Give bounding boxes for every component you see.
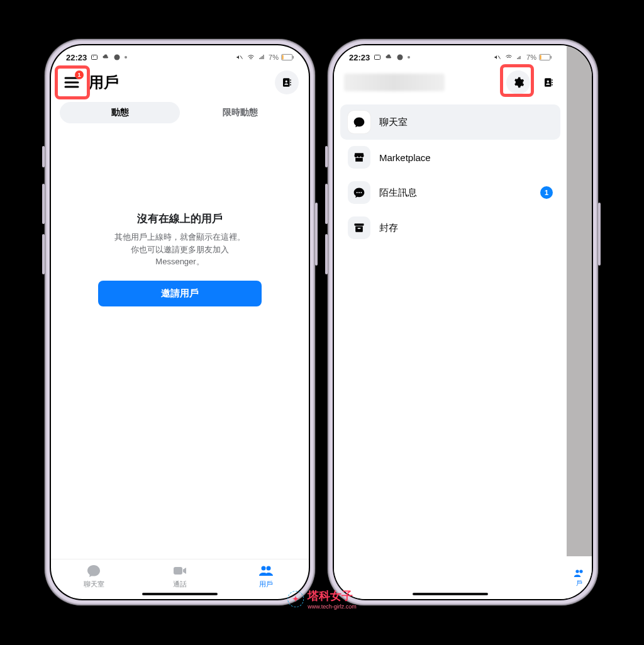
nav-people[interactable]: 用戶 <box>223 563 309 589</box>
video-icon <box>172 563 188 578</box>
svg-point-32 <box>358 192 360 193</box>
watermark-icon: ✦ <box>287 591 304 607</box>
address-book-icon <box>543 77 554 88</box>
svg-point-29 <box>552 82 553 83</box>
home-indicator[interactable] <box>142 593 218 595</box>
side-button <box>42 146 45 167</box>
svg-point-11 <box>286 81 287 82</box>
battery-icon <box>539 53 552 61</box>
svg-point-2 <box>114 55 120 60</box>
nav-label: 聊天室 <box>84 580 104 589</box>
empty-state: 沒有在線上的用戶 其他用戶上線時，就會顯示在這裡。 你也可以邀請更多朋友加入 M… <box>51 130 309 559</box>
status-battery: 7% <box>526 53 536 61</box>
svg-line-22 <box>498 56 501 59</box>
settings-button[interactable] <box>506 70 530 94</box>
svg-rect-15 <box>174 567 182 575</box>
wifi-icon <box>247 53 255 61</box>
svg-rect-24 <box>550 56 552 59</box>
cloud-icon <box>102 53 109 61</box>
side-drawer: 22:23 7% <box>334 45 567 599</box>
menu-button[interactable]: 1 <box>61 72 82 93</box>
svg-rect-20 <box>375 55 380 60</box>
chat-icon <box>86 563 102 578</box>
spotify-icon <box>396 53 404 61</box>
svg-point-33 <box>360 192 362 193</box>
svg-point-28 <box>552 79 553 81</box>
signal-icon <box>516 53 524 61</box>
watermark-text: 塔科女子 <box>308 588 357 603</box>
svg-point-27 <box>547 81 549 82</box>
home-indicator[interactable] <box>413 593 488 595</box>
drawer-item-chats[interactable]: 聊天室 <box>340 104 560 140</box>
drawer-item-archive[interactable]: 封存 <box>340 210 560 245</box>
watermark-url: www.tech-girlz.com <box>308 603 357 610</box>
status-bar: 22:23 7% <box>51 45 309 65</box>
svg-rect-6 <box>282 55 284 60</box>
side-button <box>42 234 45 274</box>
svg-rect-35 <box>355 227 363 232</box>
battery-icon <box>281 53 294 61</box>
svg-point-18 <box>575 569 579 573</box>
photo-icon <box>91 53 98 61</box>
drawer-item-marketplace[interactable]: Marketplace <box>340 140 560 175</box>
tab-stories[interactable]: 限時動態 <box>180 102 300 123</box>
svg-point-1 <box>93 56 94 57</box>
people-icon <box>258 563 274 578</box>
side-button <box>325 184 328 224</box>
gear-icon <box>512 76 525 89</box>
side-button <box>315 203 318 266</box>
drawer-list: 聊天室 Marketplace 陌生訊息 1 <box>334 102 567 248</box>
segmented-tabs: 動態 限時動態 <box>51 102 309 130</box>
signal-icon <box>258 53 266 61</box>
background-overlay[interactable] <box>567 45 592 599</box>
svg-rect-36 <box>358 228 361 229</box>
side-button <box>325 146 328 167</box>
svg-rect-0 <box>92 55 97 60</box>
cloud-icon <box>385 53 392 61</box>
status-time: 22:23 <box>349 53 370 62</box>
wifi-icon <box>504 53 513 61</box>
count-badge: 1 <box>540 186 553 199</box>
archive-icon <box>348 216 370 239</box>
contacts-button[interactable] <box>275 70 299 94</box>
chat-icon <box>348 111 370 133</box>
mute-icon <box>493 53 502 61</box>
side-button <box>42 184 45 224</box>
photo-icon <box>374 53 381 61</box>
status-battery: 7% <box>269 53 279 61</box>
phone-mockup-left: 22:23 7% 1 <box>45 39 315 605</box>
svg-line-3 <box>240 56 243 59</box>
notification-badge: 1 <box>75 70 84 79</box>
nav-label: 通話 <box>173 580 187 589</box>
empty-title: 沒有在線上的用戶 <box>137 211 223 226</box>
page-title: 用戶 <box>89 72 119 93</box>
nav-chats[interactable]: 聊天室 <box>51 563 137 589</box>
status-bar: 22:23 7% <box>334 45 567 65</box>
svg-point-19 <box>579 569 582 573</box>
svg-point-17 <box>266 566 270 571</box>
nav-calls[interactable]: 通話 <box>137 563 223 589</box>
profile-name-blurred[interactable] <box>344 74 445 91</box>
people-icon <box>573 568 586 579</box>
side-button <box>325 234 328 274</box>
watermark: ✦ 塔科女子 www.tech-girlz.com <box>287 588 357 610</box>
drawer-item-label: 封存 <box>379 222 398 234</box>
more-dot-icon <box>408 56 410 59</box>
drawer-item-label: 聊天室 <box>379 116 408 128</box>
side-button <box>598 203 601 266</box>
drawer-item-message-requests[interactable]: 陌生訊息 1 <box>340 175 560 210</box>
tab-active-status[interactable]: 動態 <box>60 102 180 123</box>
invite-button[interactable]: 邀請用戶 <box>98 281 262 306</box>
marketplace-icon <box>348 146 370 169</box>
message-request-icon <box>348 181 370 204</box>
status-time: 22:23 <box>66 53 87 62</box>
mute-icon <box>235 53 244 61</box>
spotify-icon <box>113 53 121 61</box>
svg-rect-25 <box>540 55 541 60</box>
svg-point-31 <box>357 192 358 193</box>
contacts-button[interactable] <box>536 70 560 94</box>
svg-rect-34 <box>355 223 364 225</box>
peek-nav-people[interactable]: 戶 <box>567 556 592 599</box>
empty-description: 其他用戶上線時，就會顯示在這裡。 你也可以邀請更多朋友加入 Messenger。 <box>87 231 273 268</box>
bottom-nav: 聊天室 通話 用戶 <box>51 559 309 590</box>
